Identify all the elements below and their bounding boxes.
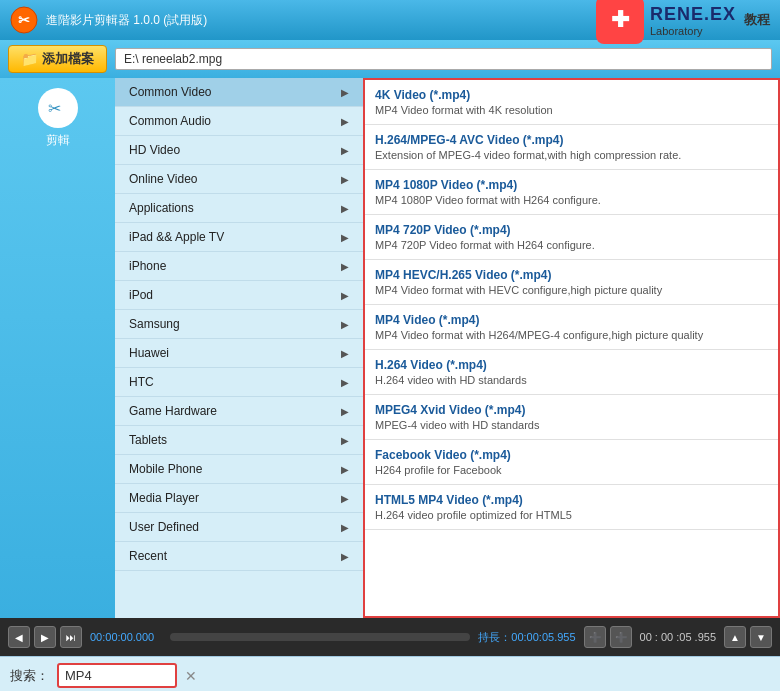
search-row: 搜索： ✕ [10,663,770,688]
format-item[interactable]: HTML5 MP4 Video (*.mp4)H.264 video profi… [365,485,778,530]
logo-area: ✚ RENE.EX Laboratory 教程 [596,0,770,44]
duration-display: 持長：00:00:05.955 [478,630,575,645]
search-label: 搜索： [10,667,49,685]
search-input[interactable] [57,663,177,688]
category-item-tablets[interactable]: Tablets▶ [115,426,363,455]
category-arrow-icon: ▶ [341,87,349,98]
category-item-online-video[interactable]: Online Video▶ [115,165,363,194]
format-item[interactable]: H.264/MPEG-4 AVC Video (*.mp4)Extension … [365,125,778,170]
category-item-game-hardware[interactable]: Game Hardware▶ [115,397,363,426]
category-item-common-audio[interactable]: Common Audio▶ [115,107,363,136]
category-arrow-icon: ▶ [341,464,349,475]
svg-text:✂: ✂ [48,100,61,117]
format-item[interactable]: MPEG4 Xvid Video (*.mp4)MPEG-4 video wit… [365,395,778,440]
format-desc: MP4 1080P Video format with H264 configu… [375,194,768,206]
add-file-icon: 📁 [21,51,38,67]
category-item-user-defined[interactable]: User Defined▶ [115,513,363,542]
format-item[interactable]: MP4 1080P Video (*.mp4)MP4 1080P Video f… [365,170,778,215]
next-frame-button[interactable]: ⏭ [60,626,82,648]
category-label: Game Hardware [129,404,217,418]
left-panel: ✂ 剪輯 [0,78,115,618]
category-label: Online Video [129,172,198,186]
category-arrow-icon: ▶ [341,290,349,301]
center-panel: Common Video▶Common Audio▶HD Video▶Onlin… [115,78,780,618]
category-arrow-icon: ▶ [341,261,349,272]
category-item-htc[interactable]: HTC▶ [115,368,363,397]
category-arrow-icon: ▶ [341,232,349,243]
category-arrow-icon: ▶ [341,203,349,214]
format-title: H.264/MPEG-4 AVC Video (*.mp4) [375,133,768,147]
current-time-display: 00:00:00.000 [90,631,154,643]
logo-label: 教程 [744,11,770,29]
format-item[interactable]: Facebook Video (*.mp4)H264 profile for F… [365,440,778,485]
category-item-ipod[interactable]: iPod▶ [115,281,363,310]
category-label: iPad && Apple TV [129,230,224,244]
timeline-controls: ◀ ▶ ⏭ [8,626,82,648]
time-up-button[interactable]: ▲ [724,626,746,648]
category-label: Applications [129,201,194,215]
category-item-huawei[interactable]: Huawei▶ [115,339,363,368]
category-arrow-icon: ▶ [341,493,349,504]
category-item-common-video[interactable]: Common Video▶ [115,78,363,107]
category-label: Common Video [129,85,212,99]
logo-cross-icon: ✚ [596,0,644,44]
format-desc: H.264 video with HD standards [375,374,768,386]
category-label: iPod [129,288,153,302]
format-item[interactable]: MP4 HEVC/H.265 Video (*.mp4)MP4 Video fo… [365,260,778,305]
format-title: MP4 720P Video (*.mp4) [375,223,768,237]
add-file-button[interactable]: 📁 添加檔案 [8,45,107,73]
zoom-in-button[interactable]: ➕ [610,626,632,648]
category-label: Common Audio [129,114,211,128]
svg-text:✂: ✂ [18,12,30,28]
format-item[interactable]: MP4 720P Video (*.mp4)MP4 720P Video for… [365,215,778,260]
category-label: Tablets [129,433,167,447]
category-arrow-icon: ▶ [341,348,349,359]
zoom-controls: ➕ ➕ 00 : 00 :05 .955 ▲ ▼ [584,626,772,648]
category-item-samsung[interactable]: Samsung▶ [115,310,363,339]
category-label: Recent [129,549,167,563]
category-label: Huawei [129,346,169,360]
category-label: User Defined [129,520,199,534]
logo-sub: Laboratory [650,25,736,37]
timeline-progress-bar[interactable] [170,633,470,641]
search-clear-button[interactable]: ✕ [185,668,197,684]
category-arrow-icon: ▶ [341,406,349,417]
format-title: Facebook Video (*.mp4) [375,448,768,462]
format-title: HTML5 MP4 Video (*.mp4) [375,493,768,507]
toolbar: 📁 添加檔案 E:\ reneelab2.mpg [0,40,780,78]
category-arrow-icon: ▶ [341,319,349,330]
category-item-ipad-&&-apple-tv[interactable]: iPad && Apple TV▶ [115,223,363,252]
format-desc: H264 profile for Facebook [375,464,768,476]
format-desc: MP4 720P Video format with H264 configur… [375,239,768,251]
format-title: 4K Video (*.mp4) [375,88,768,102]
format-desc: Extension of MPEG-4 video format,with hi… [375,149,768,161]
format-item[interactable]: H.264 Video (*.mp4)H.264 video with HD s… [365,350,778,395]
format-title: MPEG4 Xvid Video (*.mp4) [375,403,768,417]
app-title: 進階影片剪輯器 1.0.0 (試用版) [46,12,207,29]
timeline-area: ◀ ▶ ⏭ 00:00:00.000 持長：00:00:05.955 ➕ ➕ 0… [0,618,780,656]
category-item-iphone[interactable]: iPhone▶ [115,252,363,281]
category-arrow-icon: ▶ [341,435,349,446]
zoom-out-button[interactable]: ➕ [584,626,606,648]
category-label: iPhone [129,259,166,273]
format-title: MP4 1080P Video (*.mp4) [375,178,768,192]
prev-frame-button[interactable]: ◀ [8,626,30,648]
category-item-recent[interactable]: Recent▶ [115,542,363,571]
format-desc: MP4 Video format with HEVC configure,hig… [375,284,768,296]
format-item[interactable]: 4K Video (*.mp4)MP4 Video format with 4K… [365,80,778,125]
format-item[interactable]: MP4 Video (*.mp4)MP4 Video format with H… [365,305,778,350]
app-icon: ✂ [10,6,38,34]
category-item-mobile-phone[interactable]: Mobile Phone▶ [115,455,363,484]
category-item-hd-video[interactable]: HD Video▶ [115,136,363,165]
format-list-panel[interactable]: 4K Video (*.mp4)MP4 Video format with 4K… [363,78,780,618]
category-item-applications[interactable]: Applications▶ [115,194,363,223]
edit-button[interactable]: ✂ 剪輯 [38,88,78,149]
time-down-button[interactable]: ▼ [750,626,772,648]
format-title: MP4 Video (*.mp4) [375,313,768,327]
scissors-icon: ✂ [38,88,78,128]
category-item-media-player[interactable]: Media Player▶ [115,484,363,513]
category-label: Samsung [129,317,180,331]
format-title: H.264 Video (*.mp4) [375,358,768,372]
category-arrow-icon: ▶ [341,174,349,185]
play-button[interactable]: ▶ [34,626,56,648]
